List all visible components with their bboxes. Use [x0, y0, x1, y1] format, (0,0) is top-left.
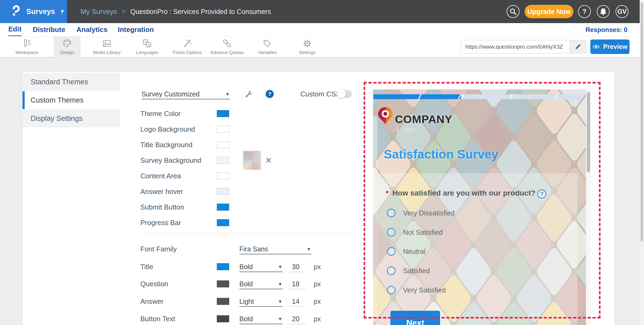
- custom-css-toggle[interactable]: [338, 90, 352, 98]
- font-size-input[interactable]: 30: [289, 261, 306, 272]
- page-title: QuestionPro : Services Provided to Consu…: [130, 8, 271, 16]
- color-swatch[interactable]: [217, 141, 229, 148]
- chevron-down-icon: ▼: [59, 8, 65, 15]
- dropdown-arrow-icon: [308, 244, 310, 254]
- section-divider: [140, 234, 352, 234]
- preview-logo-title: COMPANY: [395, 113, 452, 126]
- remove-background-image-icon[interactable]: [265, 156, 272, 165]
- next-button[interactable]: Next: [390, 311, 440, 325]
- preview-button-label: Preview: [603, 43, 628, 50]
- color-swatch[interactable]: [217, 172, 229, 179]
- theme-select-row: Survey Customized ? Custom CSS: [141, 89, 383, 99]
- font-weight-select[interactable]: Bold: [239, 261, 283, 272]
- color-swatch[interactable]: [217, 204, 229, 211]
- toolbar-item-variables[interactable]: Variables: [247, 37, 287, 57]
- radio-icon[interactable]: [387, 209, 396, 217]
- tab-distribute[interactable]: Distribute: [33, 23, 65, 36]
- font-size-unit: px: [314, 279, 321, 289]
- module-tabs: Edit Distribute Analytics Integration Re…: [0, 23, 644, 37]
- avatar[interactable]: GV: [616, 5, 628, 18]
- font-weight-select[interactable]: Light: [239, 296, 283, 307]
- color-swatch[interactable]: [217, 219, 229, 226]
- font-family-select[interactable]: Fira Sans: [239, 244, 311, 254]
- radio-icon[interactable]: [387, 228, 396, 237]
- wrench-icon[interactable]: [245, 90, 253, 99]
- answer-option[interactable]: Satisfied: [387, 265, 430, 276]
- color-swatch[interactable]: [217, 188, 229, 195]
- color-row-answer-hover: Answer hover: [140, 186, 352, 197]
- notifications-button[interactable]: [597, 5, 610, 18]
- edit-url-button[interactable]: [569, 40, 586, 53]
- survey-background-image-thumbnail[interactable]: [243, 151, 261, 170]
- toolbar-item-media-library[interactable]: Media Library: [87, 37, 127, 57]
- font-size-unit: px: [314, 296, 321, 307]
- dropdown-arrow-icon: [279, 313, 281, 324]
- page-scrollbar-track[interactable]: [640, 0, 644, 325]
- survey-url-input[interactable]: [461, 40, 569, 53]
- font-row-question: Question Bold 18 px: [140, 279, 352, 289]
- survey-url-box: [461, 40, 586, 53]
- theme-select[interactable]: Survey Customized: [141, 89, 230, 99]
- dropdown-arrow-icon: [279, 279, 281, 289]
- breadcrumb-my-surveys-link[interactable]: My Surveys: [80, 8, 117, 16]
- tab-analytics[interactable]: Analytics: [76, 23, 108, 36]
- responses-count[interactable]: Responses: 0: [586, 23, 627, 36]
- help-button[interactable]: ?: [578, 5, 591, 18]
- color-swatch[interactable]: [217, 126, 229, 133]
- radio-icon[interactable]: [387, 247, 396, 256]
- product-menu[interactable]: Surveys ▼: [0, 0, 67, 23]
- font-size-input[interactable]: 18: [289, 279, 306, 289]
- font-weight-select[interactable]: Bold: [239, 313, 283, 324]
- font-size-unit: px: [314, 313, 321, 324]
- theme-help-icon[interactable]: ?: [266, 90, 274, 98]
- answer-option[interactable]: Very Dissatisfied: [387, 208, 455, 218]
- color-swatch[interactable]: [217, 110, 229, 117]
- radio-icon[interactable]: [387, 286, 396, 294]
- toolbar-item-workspace[interactable]: Workspace: [7, 37, 47, 57]
- custom-css-label: Custom CSS: [300, 89, 341, 99]
- pencil-icon: [575, 44, 581, 50]
- font-size-input[interactable]: 14: [289, 296, 306, 307]
- sidebar-item-standard-themes[interactable]: Standard Themes: [23, 73, 120, 91]
- font-size-input[interactable]: 20: [289, 313, 306, 324]
- languages-icon: 文 A: [142, 39, 152, 48]
- question-help-icon[interactable]: [537, 189, 546, 198]
- answer-option[interactable]: Neutral: [387, 246, 426, 257]
- toolbar-item-advance-quotas[interactable]: Advance Quotas: [207, 37, 247, 57]
- font-weight-select[interactable]: Bold: [239, 279, 283, 289]
- sidebar-item-display-settings[interactable]: Display Settings: [23, 110, 120, 127]
- font-color-swatch[interactable]: [217, 315, 229, 322]
- font-color-swatch[interactable]: [217, 263, 229, 270]
- toolbar-item-languages[interactable]: 文 A Languages: [127, 37, 167, 57]
- upgrade-now-button[interactable]: Upgrade Now: [525, 5, 573, 18]
- color-swatch[interactable]: [217, 157, 229, 164]
- breadcrumb-separator: >: [122, 8, 126, 15]
- page-scrollbar-thumb[interactable]: [641, 2, 643, 242]
- tag-icon: [262, 39, 272, 48]
- color-row-logo-background: Logo Background: [140, 124, 352, 135]
- preview-scrollbar-thumb[interactable]: [587, 92, 590, 172]
- font-color-swatch[interactable]: [217, 298, 229, 305]
- color-row-progress-bar: Progress Bar: [140, 217, 352, 228]
- sidebar-item-custom-themes[interactable]: Custom Themes: [23, 91, 120, 109]
- media-library-icon: [102, 39, 112, 48]
- font-color-swatch[interactable]: [217, 280, 229, 287]
- toolbar-item-settings[interactable]: Settings: [287, 37, 327, 57]
- answer-option[interactable]: Very Satisfied: [387, 285, 446, 295]
- survey-title: Satisfaction Survey: [384, 147, 498, 161]
- search-icon: [510, 8, 517, 15]
- tab-integration[interactable]: Integration: [118, 23, 154, 36]
- preview-button[interactable]: Preview: [590, 39, 630, 54]
- search-button[interactable]: [507, 5, 519, 18]
- dropdown-arrow-icon: [226, 89, 229, 99]
- toggle-knob: [337, 89, 346, 98]
- toolbar-item-design[interactable]: Design: [54, 37, 80, 57]
- bell-icon: [600, 8, 607, 15]
- toolbar-item-finish-options[interactable]: Finish Options: [167, 37, 207, 57]
- radio-icon[interactable]: [387, 266, 396, 275]
- tab-edit[interactable]: Edit: [8, 23, 21, 36]
- color-row-survey-background: Survey Background: [140, 155, 352, 166]
- font-size-unit: px: [314, 261, 321, 272]
- answer-option[interactable]: Not Satisfied: [387, 227, 442, 238]
- font-row-answer: Answer Light 14 px: [140, 296, 352, 307]
